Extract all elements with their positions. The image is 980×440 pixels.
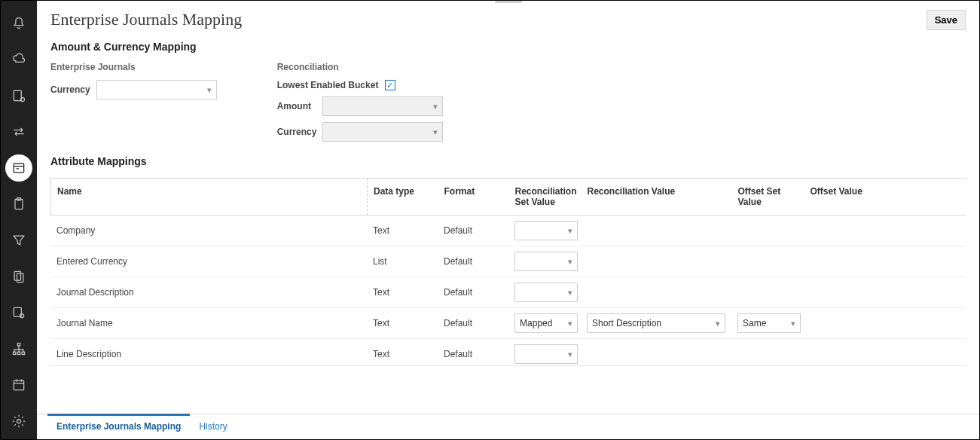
cell-data-type: List — [367, 246, 438, 277]
nav-cloud-gear-icon[interactable] — [5, 46, 32, 73]
section-amount-currency-title: Amount & Currency Mapping — [37, 30, 979, 57]
chevron-down-icon: ▾ — [568, 257, 572, 267]
th-rec-set-value[interactable]: Reconciliation Set Value — [509, 179, 582, 215]
cell-offset-value — [804, 339, 966, 367]
cell-format: Default — [438, 215, 508, 246]
rec-value-select[interactable]: Short Description▾ — [587, 313, 725, 333]
lowest-bucket-checkbox[interactable]: ✓ — [385, 80, 395, 90]
th-offset-value[interactable]: Offset Value — [804, 179, 966, 215]
cell-offset-value — [804, 277, 966, 308]
ej-block-label: Enterprise Journals — [50, 57, 217, 77]
cell-rec-value — [581, 339, 731, 367]
rec-block-label: Reconciliation — [277, 57, 444, 77]
svg-rect-10 — [14, 352, 16, 354]
chevron-down-icon: ▾ — [568, 226, 572, 236]
nav-inspect-icon[interactable] — [5, 299, 32, 326]
table-body-scroll[interactable]: CompanyTextDefault▾Entered CurrencyListD… — [50, 215, 966, 366]
enterprise-journals-block: Enterprise Journals Currency ▾ — [50, 57, 217, 145]
cell-rec-value: Short Description▾ — [581, 308, 731, 339]
th-format[interactable]: Format — [438, 179, 509, 215]
cell-rec-set-value: ▾ — [508, 277, 581, 308]
nav-bell-icon[interactable] — [5, 10, 32, 37]
svg-rect-5 — [14, 271, 20, 280]
rec-set-value-select[interactable]: ▾ — [514, 344, 578, 364]
select-value: Same — [743, 318, 766, 328]
nav-transfer-icon[interactable] — [5, 118, 32, 145]
lowest-bucket-label: Lowest Enabled Bucket — [277, 80, 379, 90]
svg-rect-9 — [17, 344, 20, 346]
ej-currency-label: Currency — [50, 84, 90, 95]
nav-journals-icon[interactable] — [5, 154, 32, 182]
th-rec-value[interactable]: Reconciliation Value — [582, 179, 732, 215]
rec-set-value-select[interactable]: Mapped▾ — [514, 313, 578, 333]
chevron-down-icon: ▾ — [791, 319, 795, 328]
cell-rec-value — [581, 246, 731, 277]
rec-set-value-select[interactable]: ▾ — [514, 252, 578, 271]
attribute-mappings-table: Name Data type Format Reconciliation Set… — [50, 178, 966, 366]
table-row: Line DescriptionTextDefault▾ — [50, 339, 966, 367]
nav-settings-icon[interactable] — [5, 408, 32, 435]
cell-format: Default — [438, 246, 508, 277]
offset-set-value-select[interactable]: Same▾ — [737, 313, 801, 333]
cell-rec-set-value: ▾ — [508, 246, 581, 277]
cell-name: Company — [50, 215, 367, 246]
nav-form-gear-icon[interactable] — [5, 82, 32, 109]
svg-rect-13 — [14, 380, 23, 390]
cell-format: Default — [438, 308, 508, 339]
rec-set-value-select[interactable]: ▾ — [514, 221, 578, 240]
main-panel: Enterprise Journals Mapping Save Amount … — [37, 1, 979, 439]
bottom-tabs: Enterprise Journals Mapping History — [37, 414, 979, 439]
svg-rect-6 — [17, 273, 23, 283]
tab-enterprise-journals-mapping[interactable]: Enterprise Journals Mapping — [47, 414, 190, 439]
chevron-down-icon: ▾ — [568, 350, 572, 359]
svg-point-14 — [17, 420, 21, 423]
table-row: Entered CurrencyListDefault▾ — [50, 246, 966, 277]
chevron-down-icon: ▾ — [716, 319, 720, 328]
cell-name: Journal Description — [50, 277, 367, 308]
cell-rec-value — [581, 215, 731, 246]
svg-rect-12 — [22, 352, 24, 354]
svg-rect-0 — [14, 90, 21, 100]
rec-amount-select[interactable]: ▾ — [322, 96, 443, 116]
cell-rec-set-value: ▾ — [508, 215, 581, 246]
cell-format: Default — [438, 277, 508, 308]
nav-filter-icon[interactable] — [5, 227, 32, 254]
rec-set-value-select[interactable]: ▾ — [514, 283, 578, 302]
chevron-down-icon: ▾ — [433, 127, 438, 137]
cell-name: Journal Name — [50, 308, 367, 339]
rec-currency-select[interactable]: ▾ — [322, 122, 443, 142]
left-nav-sidebar — [1, 1, 37, 439]
cell-offset-set-value — [731, 339, 804, 367]
section-attribute-mappings-title: Attribute Mappings — [37, 145, 979, 172]
tab-history[interactable]: History — [190, 414, 236, 439]
nav-hierarchy-icon[interactable] — [5, 335, 32, 362]
cell-rec-set-value: Mapped▾ — [508, 308, 581, 339]
select-value: Short Description — [592, 318, 661, 328]
rec-currency-label: Currency — [277, 127, 317, 137]
cell-format: Default — [438, 339, 508, 367]
nav-docs-icon[interactable] — [5, 263, 32, 290]
chevron-down-icon: ▾ — [568, 319, 572, 328]
nav-clipboard-icon[interactable] — [5, 191, 32, 218]
nav-calendar-icon[interactable] — [5, 371, 32, 399]
table-row: Journal DescriptionTextDefault▾ — [50, 277, 966, 308]
table-row: Journal NameTextDefaultMapped▾Short Desc… — [50, 308, 966, 339]
save-button[interactable]: Save — [927, 10, 966, 30]
cell-offset-value — [804, 308, 966, 339]
cell-data-type: Text — [367, 339, 438, 367]
svg-point-8 — [20, 314, 24, 318]
cell-offset-set-value — [731, 277, 804, 308]
reconciliation-block: Reconciliation Lowest Enabled Bucket ✓ A… — [277, 57, 444, 145]
ej-currency-select[interactable]: ▾ — [96, 80, 217, 99]
rec-amount-label: Amount — [277, 101, 316, 112]
cell-name: Line Description — [50, 339, 367, 367]
cell-rec-value — [581, 277, 731, 308]
page-title: Enterprise Journals Mapping — [50, 10, 242, 29]
th-offset-set-value[interactable]: Offset Set Value — [732, 179, 804, 215]
chevron-down-icon: ▾ — [433, 102, 438, 112]
cell-name: Entered Currency — [50, 246, 367, 277]
th-data-type[interactable]: Data type — [368, 179, 438, 215]
th-name[interactable]: Name — [51, 179, 368, 215]
cell-rec-set-value: ▾ — [508, 339, 581, 367]
cell-offset-set-value: Same▾ — [731, 308, 804, 339]
